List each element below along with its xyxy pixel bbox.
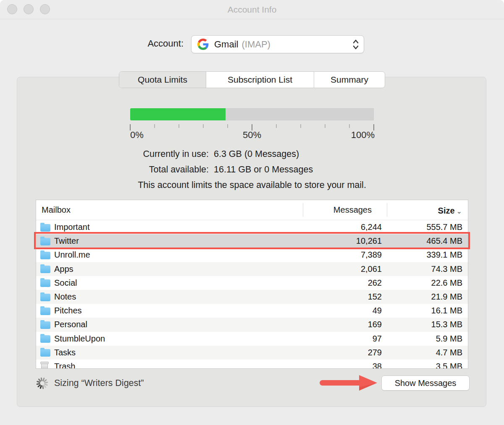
table-row[interactable]: Tasks 279 4.7 MB — [36, 346, 468, 360]
sort-descending-icon: ⌄ — [457, 201, 462, 221]
total-available-value: 16.11 GB or 0 Messages — [214, 164, 313, 175]
spinner-icon — [36, 377, 49, 390]
quota-progress-bar — [130, 108, 374, 120]
column-header-size[interactable]: Size ⌄ — [438, 200, 462, 221]
currently-in-use-value: 6.3 GB (0 Messages) — [214, 149, 299, 159]
folder-icon — [40, 308, 50, 315]
quota-progress-fill — [130, 108, 226, 120]
trash-icon — [41, 363, 48, 369]
account-popup[interactable]: Gmail (IMAP) — [191, 35, 364, 53]
titlebar: Account Info — [0, 0, 504, 19]
scale-label-0: 0% — [130, 130, 144, 141]
google-g-icon — [197, 39, 209, 50]
account-popup-value: Gmail — [214, 39, 238, 50]
table-row[interactable]: Trash 38 3.5 MB — [36, 360, 468, 369]
ruler-tick — [203, 124, 204, 128]
column-divider — [387, 203, 387, 217]
folder-icon — [40, 224, 50, 232]
ruler-tick — [276, 124, 277, 128]
folder-icon — [40, 266, 50, 273]
table-header: Mailbox Messages Size ⌄ — [36, 200, 468, 220]
folder-icon — [40, 238, 50, 245]
tab-bar: Quota Limits Subscription List Summary — [119, 71, 385, 88]
tab-summary[interactable]: Summary — [314, 72, 385, 88]
ruler-tick — [178, 124, 179, 128]
column-header-messages[interactable]: Messages — [333, 200, 372, 220]
table-row[interactable]: Notes 152 21.9 MB — [36, 290, 468, 304]
ruler-tick — [300, 124, 301, 128]
account-label: Account: — [147, 38, 184, 49]
folder-icon — [40, 321, 50, 329]
ruler-tick — [349, 124, 350, 128]
folder-icon — [40, 294, 50, 301]
table-row[interactable]: Important 6,244 555.7 MB — [36, 220, 468, 234]
table-row[interactable]: Twitter 10,261 465.4 MB — [36, 234, 468, 248]
table-row[interactable]: StumbleUpon 97 5.9 MB — [36, 332, 468, 346]
status-text: Sizing “Writers Digest” — [54, 378, 144, 388]
quota-note: This account limits the space available … — [0, 180, 504, 190]
ruler-tick — [154, 124, 155, 128]
folder-icon — [40, 349, 50, 357]
window-title: Account Info — [0, 0, 504, 19]
table-row[interactable]: Unroll.me 7,389 339.1 MB — [36, 248, 468, 262]
folder-icon — [40, 279, 50, 287]
total-available-label: Total available: — [149, 164, 209, 175]
tab-quota-limits[interactable]: Quota Limits — [119, 72, 206, 88]
scale-label-50: 50% — [243, 130, 261, 141]
scale-label-100: 100% — [351, 130, 375, 141]
column-divider — [303, 203, 303, 217]
table-row[interactable]: Pitches 49 16.1 MB — [36, 304, 468, 318]
annotation-arrow-icon — [319, 374, 378, 391]
tab-subscription-list[interactable]: Subscription List — [206, 72, 314, 88]
mailbox-table: Mailbox Messages Size ⌄ Important 6,244 … — [36, 200, 468, 369]
currently-in-use-label: Currently in use: — [143, 149, 209, 159]
column-header-mailbox[interactable]: Mailbox — [42, 200, 71, 220]
account-info-window: Account Info Account: Gmail (IMAP) Quota… — [0, 0, 504, 425]
ruler-tick — [325, 124, 326, 128]
table-row[interactable]: Personal 169 15.3 MB — [36, 318, 468, 331]
popup-chevrons-icon — [352, 39, 360, 50]
folder-icon — [40, 252, 50, 259]
folder-icon — [40, 335, 50, 343]
ruler-tick — [227, 124, 228, 128]
table-row[interactable]: Apps 2,061 74.3 MB — [36, 262, 468, 276]
account-popup-protocol: (IMAP) — [242, 39, 270, 50]
show-messages-button[interactable]: Show Messages — [381, 375, 470, 391]
table-row[interactable]: Social 262 22.6 MB — [36, 276, 468, 290]
table-body: Important 6,244 555.7 MB Twitter 10,261 … — [36, 220, 468, 369]
